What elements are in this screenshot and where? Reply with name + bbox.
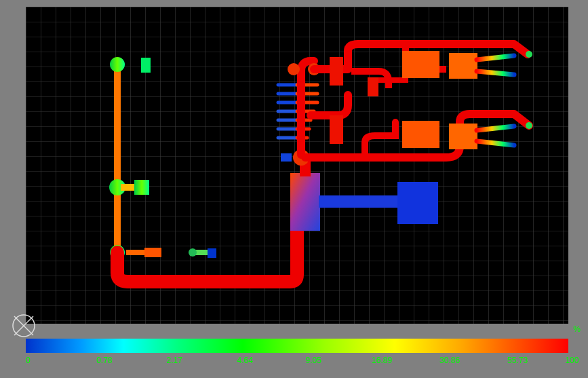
tick-label: 2.17	[166, 356, 182, 365]
svg-point-14	[189, 248, 197, 257]
svg-rect-4	[141, 58, 151, 73]
svg-line-45	[477, 126, 514, 130]
colorbar-labels: 0 0.78 2.17 4.64 9.05 16.89 30.86 55.73 …	[26, 356, 582, 369]
pcb-traces	[26, 7, 568, 324]
colorbar-unit: %	[573, 324, 581, 334]
svg-rect-7	[134, 180, 149, 195]
svg-rect-38	[368, 77, 378, 96]
svg-rect-40	[449, 53, 477, 79]
svg-line-42	[477, 71, 514, 75]
svg-rect-39	[402, 51, 439, 78]
svg-rect-37	[330, 115, 343, 144]
svg-rect-44	[449, 124, 477, 149]
svg-rect-13	[208, 248, 216, 258]
svg-rect-19	[281, 153, 292, 162]
tick-label: 0	[26, 356, 31, 365]
svg-rect-15	[290, 173, 320, 231]
svg-point-48	[526, 122, 532, 129]
tick-label: 9.05	[305, 356, 321, 365]
colorbar: %	[26, 339, 568, 353]
tick-label: 30.86	[439, 356, 460, 365]
tick-label: 4.64	[237, 356, 253, 365]
svg-line-41	[477, 56, 514, 60]
svg-point-47	[526, 51, 532, 58]
svg-line-46	[477, 141, 514, 145]
origin-marker-icon	[10, 312, 37, 339]
svg-rect-16	[319, 195, 400, 208]
svg-rect-11	[144, 248, 161, 257]
tick-label: 16.89	[372, 356, 392, 365]
tick-label: 0.78	[96, 356, 112, 365]
svg-rect-17	[397, 182, 438, 224]
tick-label: 100	[565, 356, 579, 365]
svg-rect-43	[402, 121, 439, 148]
tick-label: 55.73	[507, 356, 528, 365]
svg-rect-36	[330, 57, 343, 86]
pcb-viewport[interactable]	[26, 7, 568, 324]
svg-point-34	[288, 63, 300, 75]
